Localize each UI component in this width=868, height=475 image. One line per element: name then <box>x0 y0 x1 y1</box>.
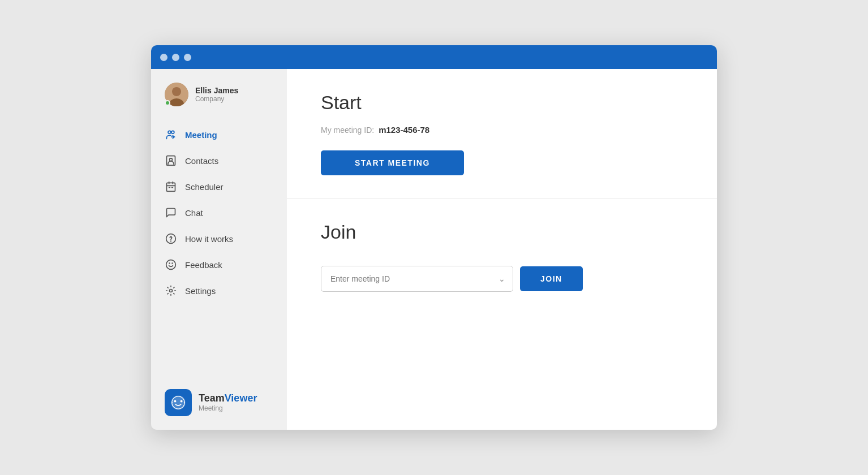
traffic-light-3[interactable] <box>184 54 191 61</box>
sidebar-item-feedback[interactable]: Feedback <box>156 252 282 277</box>
sidebar-footer: TeamViewer Meeting <box>151 375 287 430</box>
meeting-id-label: My meeting ID: <box>321 126 374 135</box>
sidebar-item-meeting[interactable]: Meeting <box>156 122 282 147</box>
start-title: Start <box>321 92 683 114</box>
user-info: Ellis James Company <box>195 86 238 103</box>
svg-point-1 <box>172 87 181 96</box>
user-name: Ellis James <box>195 86 238 95</box>
chat-icon <box>165 206 177 219</box>
feedback-icon <box>165 258 177 271</box>
sidebar-item-scheduler[interactable]: Scheduler <box>156 174 282 199</box>
user-profile: Ellis James Company <box>151 83 287 122</box>
sidebar-item-how-it-works[interactable]: How it works <box>156 226 282 251</box>
how-it-works-label: How it works <box>185 234 233 244</box>
svg-point-16 <box>166 260 176 270</box>
teamviewer-logo-box <box>165 389 192 416</box>
brand-team: Team <box>199 392 225 404</box>
traffic-light-1[interactable] <box>160 54 167 61</box>
feedback-label: Feedback <box>185 260 222 270</box>
teamviewer-logo-icon <box>169 394 187 412</box>
traffic-light-2[interactable] <box>172 54 179 61</box>
meeting-id-value: m123-456-78 <box>379 125 429 135</box>
meeting-id-input[interactable] <box>321 266 513 292</box>
svg-rect-7 <box>167 183 175 191</box>
user-company: Company <box>195 95 238 103</box>
main-content: Start My meeting ID: m123-456-78 START M… <box>287 69 717 430</box>
brand-name: TeamViewer <box>199 393 257 404</box>
svg-point-3 <box>168 131 171 133</box>
settings-icon <box>165 284 177 297</box>
join-button[interactable]: JOIN <box>520 266 583 291</box>
scheduler-icon <box>165 180 177 193</box>
nav-menu: Meeting Contacts <box>151 122 287 303</box>
svg-point-23 <box>174 400 176 403</box>
brand-sub: Meeting <box>199 404 257 412</box>
scheduler-label: Scheduler <box>185 182 224 192</box>
sidebar-item-contacts[interactable]: Contacts <box>156 148 282 173</box>
join-row: ⌄ JOIN <box>321 266 683 292</box>
start-section: Start My meeting ID: m123-456-78 START M… <box>287 69 717 198</box>
sidebar-item-settings[interactable]: Settings <box>156 278 282 303</box>
title-bar <box>151 45 717 69</box>
svg-point-21 <box>171 396 185 409</box>
meeting-id-input-wrapper: ⌄ <box>321 266 513 292</box>
sidebar: Ellis James Company <box>151 69 287 430</box>
teamviewer-brand: TeamViewer Meeting <box>199 393 257 412</box>
join-section: Join ⌄ JOIN <box>287 198 717 314</box>
brand-viewer: Viewer <box>225 392 257 404</box>
svg-point-4 <box>171 131 174 133</box>
meeting-icon <box>165 128 177 141</box>
avatar-wrapper <box>165 83 188 106</box>
app-window: Ellis James Company <box>151 45 717 430</box>
chat-label: Chat <box>185 208 203 218</box>
sidebar-item-chat[interactable]: Chat <box>156 200 282 225</box>
contacts-label: Contacts <box>185 156 218 166</box>
online-indicator <box>165 100 170 106</box>
meeting-label: Meeting <box>185 130 217 140</box>
svg-point-24 <box>181 400 183 403</box>
meeting-id-row: My meeting ID: m123-456-78 <box>321 125 683 135</box>
how-it-works-icon <box>165 232 177 245</box>
join-title: Join <box>321 221 683 243</box>
svg-point-19 <box>170 290 173 292</box>
contacts-icon <box>165 154 177 167</box>
start-meeting-button[interactable]: START MEETING <box>321 150 464 175</box>
settings-label: Settings <box>185 286 216 296</box>
app-body: Ellis James Company <box>151 69 717 430</box>
